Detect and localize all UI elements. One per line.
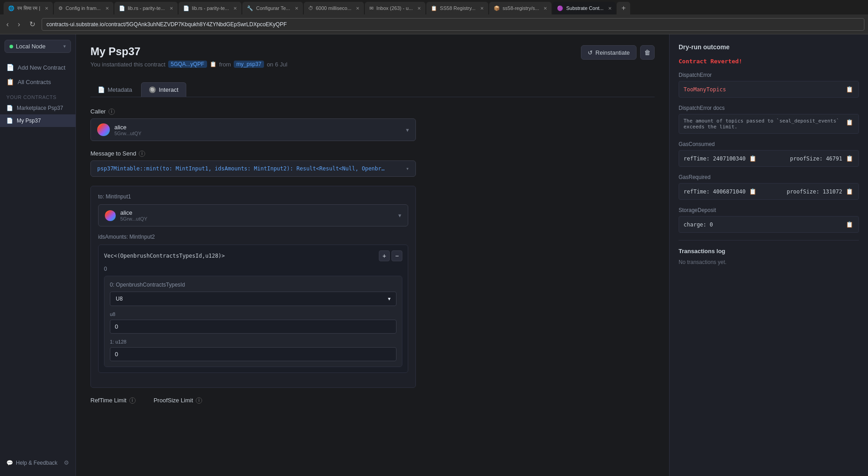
- sidebar-item-add-contract[interactable]: 📄 Add New Contract: [0, 60, 75, 75]
- help-link[interactable]: 💬 Help & Feedback: [6, 460, 57, 466]
- tab-metadata[interactable]: 📄 Metadata: [90, 82, 139, 97]
- settings-icon[interactable]: ⚙: [64, 459, 69, 466]
- message-field-group: Message to Send i psp37Mintable::mint(to…: [90, 150, 416, 177]
- ref-time-consumed-copy[interactable]: 📋: [748, 154, 757, 163]
- gas-required-row: refTime: 4006871040 📋 proofSize: 131072 …: [679, 183, 859, 200]
- tab-5[interactable]: 🔧Configurar Te...✕: [242, 2, 302, 14]
- chat-icon: 💬: [6, 460, 13, 466]
- sidebar-item-all-contracts[interactable]: 📋 All Contracts: [0, 75, 75, 89]
- caller-account-name: alice: [114, 124, 142, 131]
- address-bar[interactable]: [42, 18, 864, 31]
- back-button[interactable]: ‹: [4, 19, 11, 29]
- dispatch-error-docs-value: The amount of topics passed to `seal_dep…: [684, 118, 845, 130]
- browser-chrome: ‹ › ↻: [0, 14, 868, 34]
- vec-header: Vec<(OpenbrushContractsTypesId,u128)> + …: [104, 250, 402, 261]
- sidebar-bottom: 💬 Help & Feedback ⚙: [0, 455, 75, 471]
- message-label: Message to Send i: [90, 150, 416, 157]
- gas-consumed-section: GasConsumed refTime: 2407100340 📋 proofS…: [679, 141, 859, 167]
- caller-account-addr: 5Grw...utQY: [114, 131, 142, 136]
- trash-icon: 🗑: [644, 49, 651, 56]
- right-panel: Dry-run outcome Contract Reverted! Dispa…: [669, 34, 868, 476]
- ref-time-consumed-item: refTime: 2407100340 📋: [684, 154, 757, 163]
- storage-deposit-copy[interactable]: 📋: [845, 220, 854, 229]
- contract-icon-2: 📄: [6, 118, 13, 124]
- message-chevron-icon: ▾: [406, 165, 409, 172]
- node-selector[interactable]: Local Node ▾: [5, 40, 71, 53]
- tab-9[interactable]: 📦ss58-registry/s...✕: [489, 2, 552, 14]
- dispatch-error-label: DispatchError: [679, 72, 859, 78]
- dispatch-error-docs-label: DispatchError docs: [679, 105, 859, 111]
- chevron-down-icon: ▾: [63, 43, 66, 49]
- dispatch-error-value-row: TooManyTopics 📋: [679, 81, 859, 98]
- sidebar-contract-marketplace[interactable]: 📄 Marketplace Psp37: [0, 102, 75, 114]
- vec-item-field-label: 0: OpenbrushContractsTypesId: [110, 282, 396, 288]
- help-label: Help & Feedback: [16, 460, 57, 466]
- to-account-select[interactable]: alice 5Grw...utQY ▾: [98, 204, 408, 226]
- tab-3[interactable]: 📄lib.rs - parity-te...✕: [114, 2, 178, 14]
- list-icon: 📋: [6, 78, 14, 85]
- params-panel: to: MintInput1 alice 5Grw...utQY ▾: [90, 186, 416, 388]
- proof-size-consumed-item: proofSize: 46791 📋: [790, 154, 854, 163]
- proof-size-consumed-copy[interactable]: 📋: [845, 154, 854, 163]
- u128-input[interactable]: [110, 347, 396, 361]
- ref-time-required-copy[interactable]: 📋: [748, 187, 757, 196]
- dispatch-error-copy-button[interactable]: 📋: [845, 85, 854, 94]
- caller-select[interactable]: alice 5Grw...utQY ▾: [90, 118, 416, 141]
- tab-4[interactable]: 📄lib.rs - parity-te...✕: [179, 2, 242, 14]
- proof-size-consumed-value: proofSize: 46791: [790, 156, 842, 162]
- tab-6[interactable]: ⏱6000 milliseco...✕: [304, 2, 364, 14]
- forward-button[interactable]: ›: [15, 19, 23, 29]
- vec-add-button[interactable]: +: [379, 250, 390, 261]
- main-content: My Psp37 You instantiated this contract …: [76, 34, 669, 476]
- dispatch-docs-copy-button[interactable]: 📋: [845, 118, 854, 127]
- node-label: Local Node: [16, 43, 46, 50]
- message-info-icon[interactable]: i: [139, 151, 145, 157]
- proof-size-required-copy[interactable]: 📋: [845, 187, 854, 196]
- u8-input[interactable]: [110, 320, 396, 334]
- ids-amounts-param-group: idsAmounts: MintInput2 Vec<(OpenbrushCon…: [98, 234, 408, 373]
- reinstantiate-button[interactable]: ↺ Reinstantiate: [581, 45, 637, 60]
- sidebar-item-label-all: All Contracts: [18, 79, 51, 85]
- tab-interact[interactable]: 🔘 Interact: [141, 82, 186, 97]
- page-title: My Psp37: [90, 45, 288, 58]
- contract-reverted-label: Contract Reverted!: [679, 58, 859, 65]
- account-chip[interactable]: my_psp37: [234, 61, 264, 68]
- delete-button[interactable]: 🗑: [640, 45, 655, 60]
- vec-remove-button[interactable]: −: [392, 250, 402, 261]
- to-avatar: [105, 210, 116, 221]
- app-layout: Local Node ▾ 📄 Add New Contract 📋 All Co…: [0, 34, 868, 476]
- to-param-group: to: MintInput1 alice 5Grw...utQY ▾: [98, 193, 408, 226]
- to-account-name: alice: [120, 209, 147, 216]
- header-actions: ↺ Reinstantiate 🗑: [581, 45, 655, 60]
- contract-address-chip[interactable]: 5GQA...yQPF: [168, 61, 207, 68]
- tab-bar-interact: 📄 Metadata 🔘 Interact: [90, 82, 655, 97]
- caller-info-icon[interactable]: i: [108, 108, 115, 115]
- plus-icon: 📄: [6, 64, 14, 71]
- tab-active[interactable]: 🟣Substrate Cont...✕: [552, 2, 616, 14]
- enum-chevron-icon: ▾: [388, 296, 391, 302]
- reload-button[interactable]: ↻: [27, 19, 38, 29]
- copy-address-icon[interactable]: 📋: [210, 61, 217, 67]
- proof-size-required-value: proofSize: 131072: [787, 189, 842, 195]
- proof-size-info-icon[interactable]: i: [196, 397, 202, 404]
- tab-1[interactable]: 🌐रम सिया रम |✕: [4, 2, 53, 14]
- enum-select[interactable]: U8 ▾: [110, 292, 396, 306]
- transactions-log-title: Transactions log: [679, 248, 859, 254]
- tab-8[interactable]: 📋SS58 Registry...✕: [426, 2, 488, 14]
- message-select[interactable]: psp37Mintable::mint(to: MintInput1, idsA…: [90, 160, 416, 177]
- interact-icon: 🔘: [149, 86, 156, 93]
- limits-row: RefTime Limit i ProofSize Limit i: [90, 397, 416, 404]
- ref-time-required-item: refTime: 4006871040 📋: [684, 187, 757, 196]
- tab-interact-label: Interact: [159, 86, 178, 93]
- tab-7[interactable]: ✉Inbox (263) - u...✕: [365, 2, 425, 14]
- u8-label: u8: [110, 311, 396, 317]
- vec-index: 0: [104, 266, 402, 272]
- tab-2[interactable]: ⚙Config in fram...✕: [54, 2, 113, 14]
- proof-size-limit-label: ProofSize Limit: [154, 397, 193, 404]
- ref-time-info-icon[interactable]: i: [129, 397, 136, 404]
- tab-new[interactable]: +: [617, 2, 630, 14]
- sidebar-contract-mypsp37[interactable]: 📄 My Psp37: [0, 114, 75, 127]
- dispatch-error-value: TooManyTopics: [684, 86, 726, 93]
- reinstantiate-icon: ↺: [588, 49, 593, 56]
- sidebar-item-label-add: Add New Contract: [18, 64, 66, 71]
